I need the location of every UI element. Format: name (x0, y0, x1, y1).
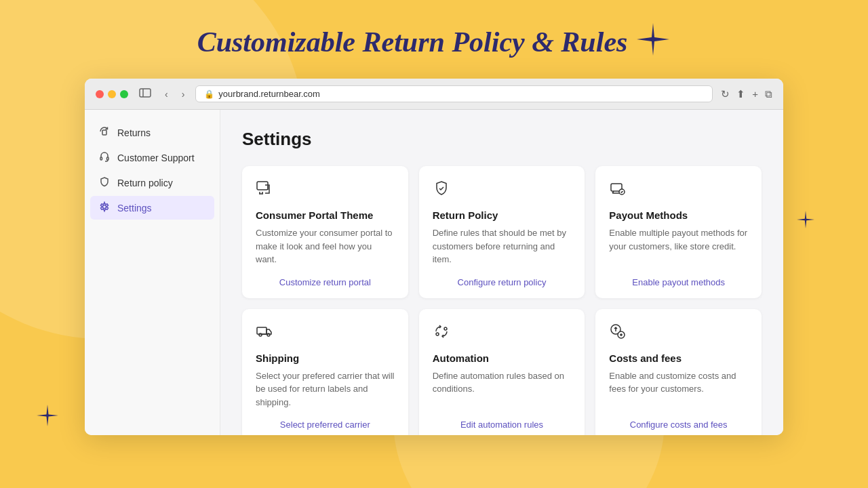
card-link-0[interactable]: Customize return portal (256, 277, 395, 287)
svg-point-13 (444, 327, 447, 330)
card-title-0: Consumer Portal Theme (256, 209, 395, 221)
header: Customizable Return Policy & Rules (0, 0, 868, 79)
page-title: Settings (242, 129, 762, 150)
card-automation: Automation Define automation rules based… (419, 309, 585, 436)
svg-point-12 (436, 333, 439, 336)
payout-icon (609, 180, 748, 201)
lock-icon: 🔒 (204, 89, 214, 99)
card-title-3: Shipping (256, 352, 395, 364)
traffic-light-red[interactable] (96, 90, 104, 98)
svg-rect-9 (257, 327, 267, 334)
browser-window: ‹ › 🔒 yourbrand.returnbear.com ↻ ⬆ + ⧉ (85, 79, 783, 435)
svg-point-5 (103, 205, 106, 209)
card-shipping: Shipping Select your prefered carrier th… (242, 309, 408, 436)
portal-icon (256, 180, 395, 201)
card-desc-1: Define rules that should be met by custo… (433, 226, 572, 266)
svg-point-10 (259, 333, 262, 336)
costs-icon (609, 323, 748, 344)
new-tab-icon[interactable]: + (752, 88, 758, 100)
traffic-light-green[interactable] (120, 90, 128, 98)
share-icon[interactable]: ⬆ (736, 88, 745, 100)
browser-body: Returns Customer Support (85, 110, 783, 435)
shipping-icon (256, 323, 395, 344)
automation-icon (433, 323, 572, 344)
browser-actions: ↻ ⬆ + ⧉ (721, 88, 772, 100)
star-right-icon (796, 210, 815, 234)
refresh-icon[interactable]: ↻ (721, 88, 730, 100)
gear-icon (98, 201, 111, 214)
back-button[interactable]: ‹ (162, 87, 171, 101)
headset-icon (98, 151, 111, 164)
main-content: Settings Consumer Portal Theme Customize… (220, 110, 783, 435)
sidebar-label-return-policy: Return policy (117, 178, 173, 188)
sidebar: Returns Customer Support (85, 110, 220, 435)
sidebar-item-return-policy[interactable]: Return policy (90, 171, 214, 195)
sidebar-label-returns: Returns (117, 127, 151, 138)
svg-rect-6 (257, 182, 268, 190)
sidebar-toggle-button[interactable] (136, 87, 154, 102)
sidebar-item-settings[interactable]: Settings (90, 196, 214, 220)
card-link-2[interactable]: Enable payout methods (609, 277, 748, 287)
address-bar[interactable]: 🔒 yourbrand.returnbear.com (195, 85, 713, 102)
card-desc-4: Define automation rules based on conditi… (433, 369, 572, 409)
sidebar-label-customer-support: Customer Support (117, 152, 195, 163)
svg-point-11 (267, 333, 270, 336)
sidebar-item-customer-support[interactable]: Customer Support (90, 146, 214, 169)
card-title-5: Costs and fees (609, 352, 748, 364)
url-text: yourbrand.returnbear.com (218, 89, 320, 99)
svg-rect-4 (107, 157, 109, 160)
card-desc-0: Customize your consumer portal to make i… (256, 226, 395, 266)
forward-button[interactable]: › (179, 87, 188, 101)
header-star-icon (635, 22, 671, 62)
shield-check-icon (433, 180, 572, 201)
card-link-3[interactable]: Select preferred carrier (256, 420, 395, 430)
sidebar-item-returns[interactable]: Returns (90, 121, 214, 144)
card-desc-3: Select your prefered carrier that will b… (256, 369, 395, 409)
card-desc-5: Enable and customize costs and fees for … (609, 369, 748, 409)
svg-rect-2 (102, 130, 106, 135)
card-link-4[interactable]: Edit automation rules (433, 420, 572, 430)
card-return-policy: Return Policy Define rules that should b… (419, 166, 585, 298)
svg-rect-0 (140, 89, 151, 97)
sidebar-label-settings: Settings (117, 203, 152, 214)
page-headline: Customizable Return Policy & Rules (197, 26, 628, 58)
card-link-1[interactable]: Configure return policy (433, 277, 572, 287)
card-costs-fees: Costs and fees Enable and customize cost… (595, 309, 762, 436)
shield-icon (98, 176, 111, 189)
card-payout-methods: Payout Methods Enable multiple payout me… (595, 166, 762, 298)
star-bottom-left-icon (35, 403, 60, 434)
card-title-2: Payout Methods (609, 209, 748, 221)
card-title-4: Automation (433, 352, 572, 364)
svg-rect-3 (100, 157, 102, 160)
browser-chrome: ‹ › 🔒 yourbrand.returnbear.com ↻ ⬆ + ⧉ (85, 79, 783, 110)
traffic-light-yellow[interactable] (108, 90, 116, 98)
card-consumer-portal-theme: Consumer Portal Theme Customize your con… (242, 166, 408, 298)
card-title-1: Return Policy (433, 209, 572, 221)
returns-icon (98, 126, 111, 139)
tabs-icon[interactable]: ⧉ (765, 88, 772, 100)
traffic-lights (96, 90, 128, 98)
card-link-5[interactable]: Configure costs and fees (609, 420, 748, 430)
settings-grid: Consumer Portal Theme Customize your con… (242, 166, 762, 435)
card-desc-2: Enable multiple payout methods for your … (609, 226, 748, 266)
